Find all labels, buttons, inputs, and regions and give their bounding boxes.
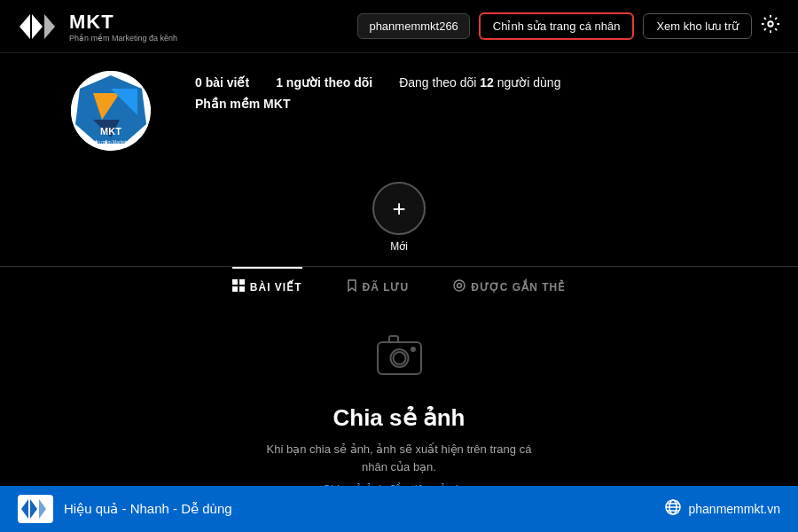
plus-icon: + bbox=[392, 195, 405, 223]
grid-icon bbox=[232, 279, 245, 294]
bottom-logo-icon bbox=[18, 495, 53, 523]
new-story-button[interactable]: + Mới bbox=[71, 182, 727, 253]
bottom-left: Hiệu quả - Nhanh - Dễ dùng bbox=[18, 495, 232, 523]
tab-posts-label: BÀI VIẾT bbox=[250, 281, 302, 293]
followers-label: người theo dõi bbox=[286, 75, 372, 90]
edit-profile-button[interactable]: Chỉnh sửa trang cá nhân bbox=[479, 12, 635, 40]
tab-tagged[interactable]: ĐƯỢC GẮN THẺ bbox=[453, 267, 566, 305]
logo-text: MKT Phần mềm Marketing đa kênh bbox=[69, 11, 177, 43]
svg-text:Phần mềm Marketing: Phần mềm Marketing bbox=[90, 139, 132, 145]
svg-point-3 bbox=[768, 21, 773, 27]
settings-button[interactable] bbox=[761, 14, 780, 38]
avatar-container: MKT Phần mềm Marketing bbox=[71, 71, 151, 151]
svg-marker-0 bbox=[20, 14, 30, 39]
posts-count: 0 bbox=[195, 75, 202, 90]
bottom-bar: Hiệu quả - Nhanh - Dễ dùng phanmemmkt.vn bbox=[0, 486, 798, 532]
new-story-circle: + bbox=[372, 182, 426, 235]
posts-stat: 0 bài viết bbox=[195, 75, 249, 90]
profile-section: MKT Phần mềm Marketing 0 bài viết 1 ngườ… bbox=[0, 53, 798, 168]
logo-subtitle: Phần mềm Marketing đa kênh bbox=[69, 34, 177, 43]
settings-icon bbox=[761, 14, 780, 34]
stories-section: + Mới bbox=[0, 168, 798, 266]
tab-saved-label: ĐÃ LƯU bbox=[363, 281, 410, 293]
svg-rect-17 bbox=[378, 342, 421, 374]
following-count: 12 bbox=[480, 75, 494, 90]
top-header: MKT Phần mềm Marketing đa kênh phanmemmk… bbox=[0, 0, 798, 53]
avatar: MKT Phần mềm Marketing bbox=[71, 71, 151, 151]
avatar-image: MKT Phần mềm Marketing bbox=[71, 71, 151, 151]
svg-rect-11 bbox=[232, 279, 238, 285]
tab-saved[interactable]: ĐÃ LƯU bbox=[347, 267, 410, 305]
header-right: phanmemmkt266 Chỉnh sửa trang cá nhân Xe… bbox=[357, 12, 780, 40]
svg-point-16 bbox=[458, 284, 462, 288]
bottom-tagline: Hiệu quả - Nhanh - Dễ dùng bbox=[64, 501, 232, 517]
profile-bio: Phần mềm MKT bbox=[195, 97, 560, 111]
tabs-section: BÀI VIẾT ĐÃ LƯU ĐƯỢC GẮN THẺ bbox=[0, 266, 798, 305]
svg-text:MKT: MKT bbox=[100, 126, 121, 137]
profile-info: 0 bài viết 1 người theo dõi Đang theo dõ… bbox=[195, 71, 560, 111]
mkt-logo-icon bbox=[18, 9, 62, 44]
svg-marker-2 bbox=[44, 14, 55, 39]
following-suffix: người dùng bbox=[497, 75, 561, 90]
globe-icon bbox=[664, 498, 682, 520]
following-prefix: Đang theo dõi bbox=[399, 75, 476, 90]
bottom-right: phanmemmkt.vn bbox=[664, 498, 780, 520]
archive-button[interactable]: Xem kho lưu trữ bbox=[643, 13, 752, 39]
empty-state-title: Chia sẻ ảnh bbox=[332, 404, 465, 432]
svg-point-19 bbox=[393, 352, 405, 364]
stats-row: 0 bài viết 1 người theo dõi Đang theo dõ… bbox=[195, 75, 560, 90]
posts-label: bài viết bbox=[206, 75, 249, 90]
empty-state-description: Khi bạn chia sẻ ảnh, ảnh sẽ xuất hiện tr… bbox=[266, 441, 532, 475]
tab-tagged-label: ĐƯỢC GẮN THẺ bbox=[471, 281, 566, 293]
new-story-label: Mới bbox=[390, 240, 408, 253]
logo-brand: MKT bbox=[69, 11, 177, 34]
svg-point-15 bbox=[454, 280, 465, 291]
bottom-website: phanmemmkt.vn bbox=[689, 502, 780, 516]
svg-point-21 bbox=[411, 348, 415, 351]
svg-rect-14 bbox=[239, 286, 245, 292]
svg-rect-20 bbox=[389, 336, 398, 342]
bookmark-icon bbox=[347, 279, 357, 294]
followers-stat: 1 người theo dõi bbox=[276, 75, 372, 90]
camera-icon bbox=[375, 332, 424, 391]
svg-marker-1 bbox=[32, 14, 43, 39]
following-stat: Đang theo dõi 12 người dùng bbox=[399, 75, 560, 90]
tab-posts[interactable]: BÀI VIẾT bbox=[232, 267, 302, 305]
followers-count: 1 bbox=[276, 75, 283, 90]
logo-area: MKT Phần mềm Marketing đa kênh bbox=[18, 9, 177, 44]
username-display: phanmemmkt266 bbox=[357, 13, 469, 39]
tag-icon bbox=[453, 279, 466, 294]
svg-rect-13 bbox=[232, 286, 238, 292]
svg-rect-12 bbox=[239, 279, 245, 285]
